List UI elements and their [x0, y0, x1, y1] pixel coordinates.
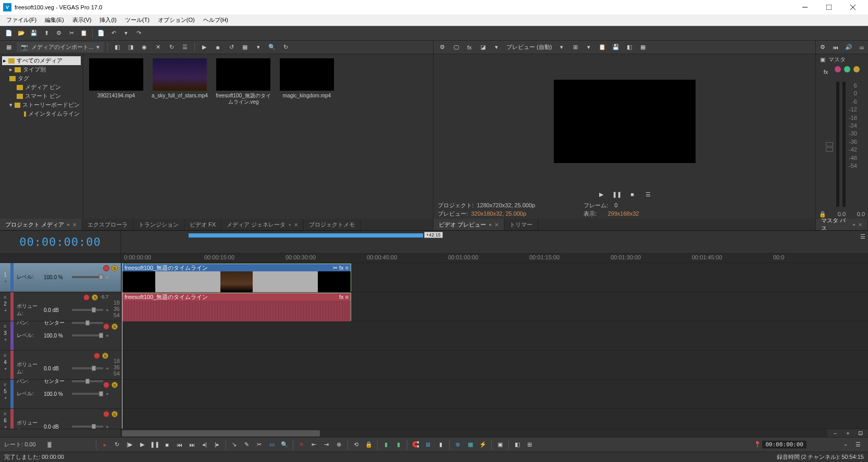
render-icon[interactable]: ⬆ [41, 28, 52, 39]
solo-icon[interactable]: S [111, 411, 118, 417]
media-action-5-icon[interactable]: ↻ [166, 42, 177, 53]
preview-snapshot-icon[interactable]: 📋 [597, 42, 608, 53]
play-from-start-icon[interactable]: |▶ [124, 439, 135, 451]
preview-split-icon[interactable]: ◪ [477, 42, 489, 53]
solo-icon[interactable]: S [92, 294, 98, 301]
close-icon[interactable]: ✕ [294, 222, 298, 228]
transport-menu-icon[interactable]: ☰ [642, 189, 654, 200]
menu-tools[interactable]: ツール(T) [121, 15, 154, 25]
marker-in-icon[interactable]: ▮ [380, 439, 392, 451]
track-header[interactable]: ≡4◂ S ボリューム:0.0 dB▫ パン:センター 183654 [0, 351, 121, 380]
redo-icon[interactable]: ↷ [133, 28, 144, 39]
menu-help[interactable]: ヘルプ(H) [199, 15, 232, 25]
go-end-icon[interactable]: ⏭ [187, 439, 198, 451]
track-menu-icon[interactable]: ≡ [4, 294, 7, 300]
selection-tool-icon[interactable]: ▭ [266, 439, 278, 451]
meter-mode-icon[interactable] [826, 147, 833, 152]
media-grid-icon[interactable]: ▦ [3, 42, 15, 53]
close-icon[interactable]: ✕ [858, 222, 862, 228]
record-arm-icon[interactable] [103, 411, 109, 417]
next-frame-icon[interactable]: |▸ [212, 439, 223, 451]
keyframe-icon[interactable]: ▫ [106, 274, 108, 280]
tab-video-preview[interactable]: ビデオ プレビュー ▫ ✕ [433, 219, 504, 230]
media-item[interactable]: 390214194.mp4 [88, 58, 145, 99]
preview-quality-label[interactable]: プレビュー (自動) [504, 43, 554, 51]
chevron-left-icon[interactable]: ◂ [4, 308, 6, 313]
cut-icon[interactable]: ✂ [66, 28, 77, 39]
edit-tool-icon[interactable]: ✎ [241, 439, 253, 451]
media-action-6-icon[interactable]: ☰ [179, 42, 191, 53]
close-button[interactable] [841, 0, 865, 15]
keyframe-icon[interactable]: ▫ [106, 332, 108, 339]
track-header[interactable]: ≡2◂ S-5.7 ボリューム:0.0 dB▫ パン:センター 183654 [0, 292, 121, 321]
trim-end-icon[interactable]: ⇥ [321, 439, 332, 451]
menu-options[interactable]: オプション(O) [154, 15, 199, 25]
media-view-dd-icon[interactable]: ▾ [253, 42, 264, 53]
tree-smart-bin[interactable]: スマート ビン [2, 92, 81, 101]
chevron-left-icon[interactable]: ◂ [4, 337, 6, 342]
record-arm-icon[interactable] [94, 353, 100, 359]
loop-icon[interactable]: ↻ [111, 439, 123, 451]
trim-start-icon[interactable]: ⇤ [308, 439, 320, 451]
tab-explorer[interactable]: エクスプローラ [82, 219, 133, 230]
preview-save-icon[interactable]: 💾 [610, 42, 622, 53]
transport-stop-icon[interactable]: ■ [627, 189, 638, 200]
tab-transitions[interactable]: トランジション [133, 219, 184, 230]
paste-icon[interactable]: 📄 [95, 28, 107, 39]
media-action-3-icon[interactable]: ◉ [139, 42, 150, 53]
tab-project-media[interactable]: プロジェクト メディア ▫ ✕ [0, 219, 82, 230]
playhead[interactable] [122, 263, 122, 429]
media-play-icon[interactable]: ▶ [199, 42, 210, 53]
clip-menu-icon[interactable]: ≡ [345, 294, 349, 300]
volume-slider[interactable] [72, 367, 103, 369]
misc-tool-1-icon[interactable]: ◧ [512, 439, 523, 451]
track-menu-icon[interactable]: ≡ [4, 323, 7, 329]
minimize-button[interactable] [793, 0, 817, 15]
media-loop-icon[interactable]: ↺ [226, 42, 237, 53]
clip-menu-icon[interactable]: ≡ [345, 265, 349, 271]
tree-media-bin[interactable]: メディア ビン [2, 83, 81, 92]
loop-region[interactable] [189, 233, 423, 238]
tab-project-notes[interactable]: プロジェクトメモ [304, 219, 361, 230]
preview-fx-icon[interactable]: fx [464, 42, 475, 53]
pan-slider[interactable] [72, 380, 103, 382]
media-item[interactable]: magic_kingdom.mp4 [278, 58, 336, 99]
master-prev-icon[interactable]: ⏮ [830, 42, 841, 53]
snap-icon[interactable]: 🧲 [410, 439, 421, 451]
undo-icon[interactable]: ↶ [108, 28, 119, 39]
tree-all-media[interactable]: ▸ すべてのメディア [2, 56, 81, 65]
chevron-left-icon[interactable]: ◂ [4, 424, 6, 429]
scrollbar-horizontal[interactable] [121, 429, 827, 437]
misc-tool-2-icon[interactable]: ⊞ [524, 439, 536, 451]
transport-pause-icon[interactable]: ❚❚ [611, 189, 623, 200]
snap-grid-icon[interactable]: ⊠ [423, 439, 434, 451]
split-icon[interactable]: ✂ [254, 439, 265, 451]
record-arm-icon[interactable] [83, 294, 90, 301]
open-project-icon[interactable]: 📂 [16, 28, 27, 39]
track-header[interactable]: ≡1◂ S レベル:100.0 %▫ [0, 263, 121, 292]
chevron-left-icon[interactable]: ◂ [4, 279, 6, 283]
media-item[interactable]: a_sky_full_of_stars.mp4 [151, 58, 208, 99]
clip-crop-icon[interactable]: ✂ [333, 265, 338, 271]
lock-icon[interactable]: 🔒 [363, 439, 375, 451]
tl-menu-icon[interactable]: ☰ [858, 231, 868, 242]
center-icon[interactable]: ⊕ [333, 439, 345, 451]
level-slider[interactable] [72, 276, 103, 278]
chevron-down-icon[interactable]: ▾ [556, 42, 567, 53]
track-header[interactable]: ≡3◂ S レベル:100.0 %▫ [0, 321, 121, 351]
master-mute-icon[interactable]: 🔊 [843, 42, 854, 53]
auto-crossfade-icon[interactable]: ⊗ [452, 439, 464, 451]
video-clip[interactable]: freesoft100_無題のタイムライン ✂ fx ≡ [122, 264, 351, 292]
record-arm-icon[interactable] [103, 265, 109, 271]
media-action-1-icon[interactable]: ◧ [111, 42, 123, 53]
add-missing-icon[interactable]: ▣ [494, 439, 506, 451]
solo-icon[interactable]: S [111, 265, 118, 271]
event-fx-icon[interactable]: ⚡ [477, 439, 489, 451]
quantize-icon[interactable]: ▦ [465, 439, 476, 451]
timeline-timecode[interactable]: 00:00:00:00 [0, 231, 121, 253]
fx-dot-3[interactable] [853, 66, 860, 72]
bypass-fx-icon[interactable]: ↘ [229, 439, 240, 451]
media-item[interactable]: freesoft100_無題のタイムライン.veg [215, 58, 272, 105]
media-refresh-icon[interactable]: ↻ [280, 42, 291, 53]
properties-icon[interactable]: ⚙ [53, 28, 65, 39]
